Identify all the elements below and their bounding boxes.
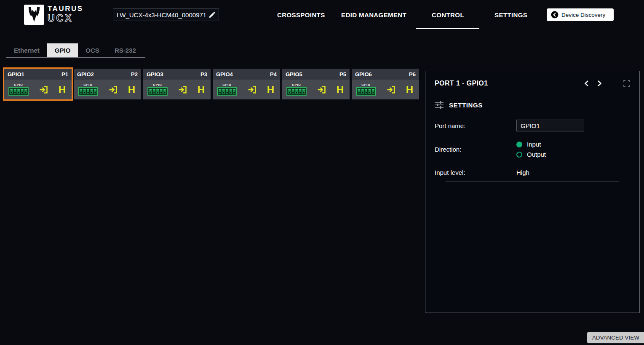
- gpio-terminal-icon: [8, 87, 29, 96]
- port-card-body: GPIO: [213, 80, 280, 99]
- tab-label: OCS: [86, 47, 99, 54]
- port-name: GPIO2: [77, 71, 94, 78]
- gpio-port-card-3[interactable]: GPIO3 P3 GPIO: [143, 69, 211, 99]
- port-settings-form: Port name: Direction: Input Output Input…: [435, 119, 630, 182]
- tab-ocs[interactable]: OCS: [78, 43, 107, 57]
- port-card-header: GPIO4 P4: [213, 69, 280, 80]
- level-indicator: H: [337, 85, 344, 95]
- input-direction-icon: [317, 85, 326, 94]
- nav-item-label: CONTROL: [432, 11, 464, 19]
- input-direction-icon: [39, 85, 48, 94]
- app-header: TAURUS UCX CROSSPOINTS EDID MANAGEMENT C…: [0, 0, 644, 29]
- port-name: GPIO3: [147, 71, 163, 78]
- input-level-label: Input level:: [435, 169, 516, 176]
- gpio-terminal-icon: [286, 87, 307, 96]
- input-direction-icon: [178, 85, 187, 94]
- tab-ethernet[interactable]: Ethernet: [6, 43, 47, 57]
- nav-item-label: EDID MANAGEMENT: [341, 11, 406, 19]
- next-port-button[interactable]: [596, 80, 602, 87]
- port-number: P5: [339, 71, 346, 78]
- port-name: GPIO4: [216, 71, 233, 78]
- input-direction-icon: [386, 85, 396, 94]
- port-name-input[interactable]: [516, 120, 584, 131]
- port-number: P3: [200, 71, 207, 78]
- port-card-body: GPIO: [143, 80, 211, 99]
- radio-icon: [516, 152, 522, 158]
- port-number: P6: [409, 71, 416, 78]
- gpio-connector-label: GPIO: [14, 83, 23, 86]
- gpio-connector-label: GPIO: [361, 83, 371, 86]
- gpio-ports-row: GPIO1 P1 GPIO: [4, 69, 419, 99]
- port-card-header: GPIO6 P6: [352, 69, 419, 80]
- nav-item-crosspoints[interactable]: CROSSPOINTS: [277, 11, 325, 19]
- nav-item-label: SETTINGS: [494, 11, 527, 19]
- gpio-connector: GPIO: [8, 83, 29, 96]
- device-discovery-button[interactable]: Device Discovery: [547, 8, 614, 21]
- port-card-body: GPIO: [74, 80, 141, 99]
- device-name-input[interactable]: [117, 11, 206, 19]
- fullscreen-icon[interactable]: [623, 80, 630, 87]
- port-name-label: Port name:: [435, 122, 516, 129]
- direction-label: Direction:: [435, 146, 516, 153]
- radio-option-label: Input: [527, 141, 541, 148]
- gpio-connector: GPIO: [356, 83, 376, 96]
- port-card-body: GPIO: [352, 80, 419, 99]
- level-indicator: H: [406, 85, 413, 95]
- gpio-port-card-6[interactable]: GPIO6 P6 GPIO: [352, 69, 419, 99]
- panel-header: PORT 1 - GPIO1: [435, 80, 630, 87]
- sliders-icon: [435, 101, 444, 109]
- back-circle-icon: [551, 11, 558, 19]
- taurus-bull-icon: [27, 7, 41, 23]
- brand-taurus: TAURUS: [48, 5, 83, 12]
- gpio-connector: GPIO: [78, 83, 98, 96]
- tab-gpio[interactable]: GPIO: [47, 43, 78, 57]
- port-name: GPIO5: [286, 71, 302, 78]
- direction-row: Direction: Input Output: [435, 141, 630, 158]
- gpio-port-card-1[interactable]: GPIO1 P1 GPIO: [4, 69, 72, 99]
- input-level-row: Input level: High: [435, 169, 630, 176]
- port-number: P4: [270, 71, 277, 78]
- port-number: P1: [61, 71, 68, 78]
- previous-port-button[interactable]: [584, 80, 590, 87]
- port-name: GPIO6: [355, 71, 372, 78]
- brand-ucx: UCX: [48, 13, 83, 23]
- nav-item-control[interactable]: CONTROL: [432, 11, 464, 19]
- level-indicator: H: [267, 85, 274, 95]
- gpio-port-card-4[interactable]: GPIO4 P4 GPIO: [213, 69, 280, 99]
- advanced-view-button[interactable]: ADVANCED VIEW: [587, 332, 644, 343]
- direction-option-input[interactable]: Input: [516, 141, 546, 148]
- level-indicator: H: [59, 85, 66, 95]
- gpio-port-card-2[interactable]: GPIO2 P2 GPIO: [74, 69, 141, 99]
- gpio-port-card-5[interactable]: GPIO5 P5 GPIO: [282, 69, 350, 99]
- device-discovery-label: Device Discovery: [561, 12, 605, 18]
- radio-option-label: Output: [527, 151, 546, 158]
- input-direction-icon: [247, 85, 257, 94]
- input-direction-icon: [108, 85, 118, 94]
- panel-title: PORT 1 - GPIO1: [435, 80, 584, 87]
- port-detail-panel: PORT 1 - GPIO1 SETTINGS Port n: [425, 71, 640, 313]
- gpio-connector-label: GPIO: [222, 83, 232, 86]
- form-divider: [446, 182, 619, 182]
- level-indicator: H: [128, 85, 135, 95]
- settings-section-header: SETTINGS: [435, 101, 630, 109]
- direction-radio-group: Input Output: [516, 141, 546, 158]
- direction-option-output[interactable]: Output: [516, 151, 546, 158]
- nav-item-settings[interactable]: SETTINGS: [494, 11, 527, 19]
- nav-item-edid-management[interactable]: EDID MANAGEMENT: [341, 11, 406, 19]
- port-card-header: GPIO5 P5: [282, 69, 350, 80]
- gpio-terminal-icon: [356, 87, 376, 96]
- tab-label: GPIO: [55, 47, 71, 54]
- control-tab-bar: Ethernet GPIO OCS RS-232: [6, 43, 145, 58]
- device-name-field[interactable]: [113, 8, 219, 21]
- input-level-value: High: [516, 169, 529, 176]
- port-number: P2: [131, 71, 138, 78]
- tab-rs-232[interactable]: RS-232: [107, 43, 144, 57]
- port-card-header: GPIO2 P2: [74, 69, 141, 80]
- gpio-terminal-icon: [78, 87, 98, 96]
- radio-icon: [516, 142, 522, 147]
- advanced-view-label: ADVANCED VIEW: [592, 334, 639, 341]
- edit-pencil-icon[interactable]: [208, 11, 215, 19]
- gpio-connector: GPIO: [286, 83, 307, 96]
- gpio-terminal-icon: [217, 87, 237, 96]
- taurus-logo: [24, 5, 44, 25]
